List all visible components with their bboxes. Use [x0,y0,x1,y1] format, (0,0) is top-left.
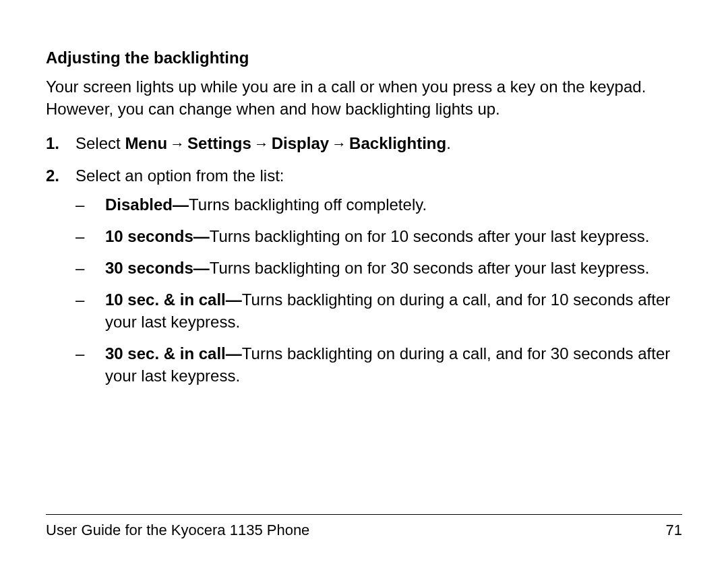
option-desc: Turns backlighting off completely. [189,195,427,214]
nav-settings: Settings [187,134,251,152]
dash-icon: – [75,257,94,279]
option-30-sec-in-call: – 30 sec. & in call—Turns backlighting o… [75,342,682,387]
dash-icon: – [75,225,94,247]
option-label: 10 seconds— [105,227,210,245]
step-1-text: Select Menu→Settings→Display→Backlightin… [75,134,451,152]
dash-icon: – [75,193,94,216]
nav-backlighting: Backlighting [349,134,446,152]
footer-divider [46,514,682,515]
option-disabled: – Disabled—Turns backlighting off comple… [75,193,682,216]
nav-display: Display [272,134,329,152]
option-label: 10 sec. & in call— [105,290,242,309]
step-1: Select Menu→Settings→Display→Backlightin… [46,132,682,154]
page-footer: User Guide for the Kyocera 1135 Phone 71 [46,522,682,539]
dash-icon: – [75,288,94,311]
section-heading: Adjusting the backlighting [46,49,682,67]
step-2-text: Select an option from the list: [75,166,284,185]
option-label: 30 seconds— [105,259,210,277]
dash-icon: – [75,342,94,365]
option-desc: Turns backlighting on for 10 seconds aft… [210,227,650,245]
arrow-icon: → [329,134,349,154]
step-1-suffix: . [446,134,451,152]
steps-list: Select Menu→Settings→Display→Backlightin… [46,132,682,387]
arrow-icon: → [167,134,187,154]
option-10-seconds: – 10 seconds—Turns backlighting on for 1… [75,225,682,247]
option-30-seconds: – 30 seconds—Turns backlighting on for 3… [75,257,682,279]
nav-menu: Menu [125,134,167,152]
step-1-prefix: Select [75,134,125,152]
option-label: Disabled— [105,195,189,214]
step-2: Select an option from the list: – Disabl… [46,164,682,387]
arrow-icon: → [251,134,272,154]
footer-title: User Guide for the Kyocera 1135 Phone [46,522,309,539]
option-10-sec-in-call: – 10 sec. & in call—Turns backlighting o… [75,288,682,333]
document-page: Adjusting the backlighting Your screen l… [0,0,728,562]
option-label: 30 sec. & in call— [105,344,242,363]
footer-page-number: 71 [666,522,682,539]
intro-paragraph: Your screen lights up while you are in a… [46,75,682,120]
option-desc: Turns backlighting on for 30 seconds aft… [210,259,650,277]
options-list: – Disabled—Turns backlighting off comple… [75,193,682,387]
